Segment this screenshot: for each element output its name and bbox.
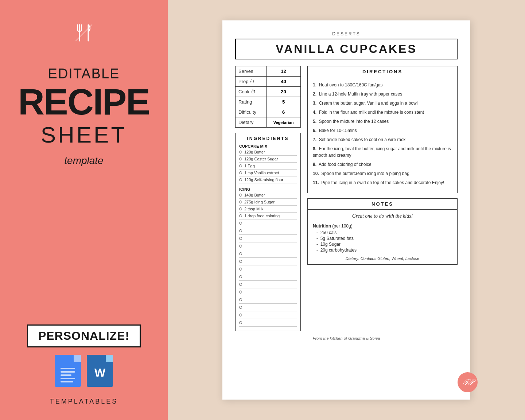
- directions-title: DIRECTIONS: [308, 66, 457, 77]
- list-item: [239, 259, 297, 265]
- ingredient-text: 120g Butter: [244, 150, 265, 154]
- word-doc-icon[interactable]: W: [87, 355, 113, 387]
- doc-icons: W: [55, 355, 113, 387]
- bullet-circle: [239, 164, 242, 167]
- personalize-box: PERSONALIZE!: [27, 324, 141, 347]
- stat-label: Rating: [236, 97, 267, 107]
- right-panel: DESERTS VANILLA CUPCAKES Serves 12 Prep …: [168, 0, 525, 420]
- ingredient-text: 275g Icing Sugar: [244, 200, 275, 204]
- ingredient-text: 1 Egg: [244, 164, 255, 168]
- list-item: [239, 305, 297, 311]
- bullet-circle: [239, 252, 242, 255]
- word-label: W: [94, 366, 105, 380]
- bullet-circle: [239, 171, 242, 174]
- list-item: [239, 297, 297, 304]
- list-item: 1 Egg: [239, 164, 297, 170]
- recipe-card: DESERTS VANILLA CUPCAKES Serves 12 Prep …: [222, 20, 470, 400]
- list-item: [239, 228, 297, 235]
- brand-label: TEMPLATABLES: [50, 398, 118, 405]
- dietary-note: Dietary: Contains Gluten, Wheat, Lactose: [313, 256, 452, 261]
- ingredient-group-icing: ICING: [239, 187, 297, 191]
- doc-line: [61, 381, 73, 382]
- nutrition-item: - 10g Sugar: [316, 242, 452, 247]
- direction-item: 1. Heat oven to 180C/160C fan/gas: [313, 82, 452, 88]
- stat-value: 12: [267, 66, 301, 77]
- stat-value: 20: [267, 87, 301, 97]
- bullet-circle: [239, 314, 242, 316]
- direction-item: 2. Line a 12-hole Muffin tray with paper…: [313, 91, 452, 97]
- cutlery-icon: [73, 22, 95, 48]
- tp-logo: 𝒯𝒫: [458, 372, 478, 392]
- directions-inner: 1. Heat oven to 180C/160C fan/gas 2. Lin…: [308, 77, 457, 193]
- nutrition-item: - 5g Saturated fats: [316, 236, 452, 241]
- table-row: Rating 5: [236, 97, 301, 107]
- list-item: [239, 236, 297, 242]
- ingredient-text: 1 tsp Vanilla extract: [244, 171, 279, 175]
- list-item: 1 drop food coloring: [239, 214, 297, 219]
- bullet-circle: [239, 260, 242, 263]
- notes-box: NOTES Great one to do with the kids! Nut…: [307, 198, 458, 265]
- ingredients-section: INGREDIENTS CUPCAKE MIX 120g Butter 120g…: [235, 133, 301, 331]
- list-item: [239, 274, 297, 281]
- list-item: 275g Icing Sugar: [239, 200, 297, 206]
- notes-inner: Great one to do with the kids! Nutrition…: [308, 210, 457, 264]
- direction-item: 9. Add food coloring of choice: [313, 161, 452, 168]
- google-docs-icon[interactable]: [55, 355, 81, 387]
- doc-line: [61, 378, 75, 379]
- bullet-circle: [239, 237, 242, 240]
- card-main-content: Serves 12 Prep ⏱ 40 Cook ⏱ 20 Rating: [235, 66, 458, 331]
- stats-table: Serves 12 Prep ⏱ 40 Cook ⏱ 20 Rating: [235, 66, 301, 128]
- directions-box: DIRECTIONS 1. Heat oven to 180C/160C fan…: [307, 66, 458, 193]
- list-item: 2 tbsp Milk: [239, 207, 297, 213]
- bullet-circle: [239, 268, 242, 271]
- direction-item: 7. Set aside baked cakes to cool on a wi…: [313, 136, 452, 143]
- stat-label: Cook ⏱: [236, 87, 267, 97]
- list-item: 140g Butter: [239, 193, 297, 199]
- doc-line: [61, 371, 75, 373]
- bullet-circle: [239, 194, 242, 197]
- card-title-box: VANILLA CUPCAKES: [235, 39, 458, 59]
- bullet-circle: [239, 207, 242, 210]
- direction-item: 6. Bake for 10-15mins: [313, 127, 452, 134]
- bullet-circle: [239, 321, 242, 324]
- bullet-circle: [239, 222, 242, 225]
- stat-value: Vegetarian: [267, 117, 301, 128]
- bullet-circle: [239, 201, 242, 203]
- stat-value: 5: [267, 97, 301, 107]
- list-item: 1 tsp Vanilla extract: [239, 171, 297, 176]
- table-row: Prep ⏱ 40: [236, 77, 301, 87]
- notes-main-text: Great one to do with the kids!: [313, 213, 452, 219]
- card-left-column: Serves 12 Prep ⏱ 40 Cook ⏱ 20 Rating: [235, 66, 301, 331]
- sheet-label: SHEET: [41, 122, 127, 148]
- doc-line: [61, 368, 75, 369]
- direction-item: 3. Cream the butter, sugar, Vanilla and …: [313, 100, 452, 106]
- template-label: template: [64, 155, 103, 167]
- left-bottom-section: PERSONALIZE! W TEMPLATABLE: [27, 324, 141, 405]
- ingredient-text: 1 drop food coloring: [244, 214, 280, 218]
- stat-label: Prep ⏱: [236, 77, 267, 87]
- stat-value: 6: [267, 107, 301, 117]
- notes-title: NOTES: [308, 199, 457, 210]
- bullet-circle: [239, 306, 242, 309]
- list-item: [239, 320, 297, 327]
- list-item: 120g Butter: [239, 150, 297, 156]
- ingredient-text: 2 tbsp Milk: [244, 207, 264, 211]
- tp-text: 𝒯𝒫: [462, 378, 473, 387]
- direction-item: 10. Spoon the buttercream icing into a p…: [313, 170, 452, 177]
- list-item: [239, 244, 297, 250]
- list-item: [239, 267, 297, 273]
- ingredient-text: 120g Self-raising flour: [244, 178, 283, 182]
- google-doc-lines: [61, 368, 75, 382]
- card-footer: From the kitchen of Grandma & Sonia: [235, 336, 458, 341]
- list-item: [239, 251, 297, 258]
- stat-label: Dietary: [236, 117, 267, 128]
- list-item: [239, 289, 297, 296]
- ingredient-group-cupcake: CUPCAKE MIX: [239, 144, 297, 148]
- recipe-label: RECIPE: [18, 85, 149, 118]
- bullet-circle: [239, 229, 242, 232]
- personalize-label: PERSONALIZE!: [38, 329, 129, 343]
- nutrition-item: - 20g carbohydrates: [316, 248, 452, 253]
- bullet-circle: [239, 158, 242, 160]
- left-top-section: EDITABLE RECIPE SHEET template: [18, 22, 149, 167]
- list-item: [239, 282, 297, 288]
